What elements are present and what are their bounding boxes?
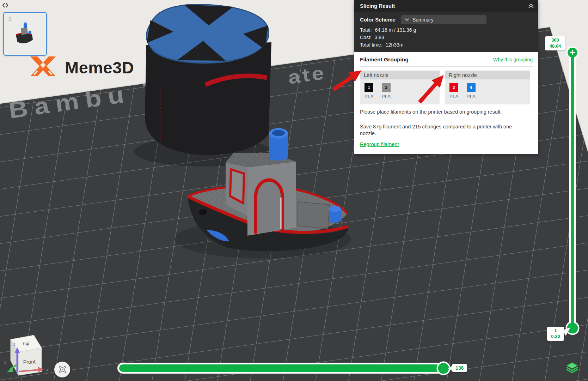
chevron-down-icon: [405, 18, 409, 21]
chevron-double-up-icon[interactable]: [528, 3, 534, 8]
filament-2[interactable]: 2 PLA: [449, 83, 459, 99]
object-thumbnail[interactable]: 1: [3, 12, 47, 56]
filament-4[interactable]: 4 PLA: [467, 83, 476, 99]
layer-slider-plus-button[interactable]: [568, 48, 577, 58]
filament-1-swatch: 1: [365, 83, 373, 92]
axis-z-label: z: [13, 342, 16, 347]
why-this-grouping-link[interactable]: Why this grouping: [493, 57, 533, 62]
filament-3-swatch: 3: [382, 83, 391, 92]
left-nozzle-group: Left nozzle 1 PLA 3 PLA: [360, 71, 440, 104]
layer-slider-max-badge: 300 48.04: [545, 36, 565, 50]
color-scheme-dropdown[interactable]: Summary: [401, 15, 486, 24]
panel-title: Slicing Result: [360, 3, 395, 9]
axis-y-label: y: [4, 359, 7, 364]
filament-grouping-title: Filament Grouping: [360, 56, 409, 63]
orientation-icon: [58, 365, 67, 374]
grouping-note: Please place filaments on the printer ba…: [360, 109, 533, 115]
app-logo: Meme3D: [30, 56, 134, 78]
left-nozzle-label: Left nozzle: [360, 71, 440, 79]
meme3d-logo-icon: [30, 56, 56, 78]
layer-slider-current-badge: 1 0.20: [547, 327, 564, 341]
filament-4-material: PLA: [467, 94, 476, 99]
filament-2-material: PLA: [449, 94, 459, 99]
divider: [360, 66, 533, 67]
slicing-result-header: Slicing Result: [354, 0, 538, 12]
step-slider-value-badge: 136: [452, 364, 467, 372]
filament-grouping-section: Filament Grouping Why this grouping Left…: [354, 52, 538, 154]
filament-4-swatch: 4: [467, 83, 476, 92]
layers-icon: [564, 360, 580, 376]
step-slider[interactable]: [117, 362, 453, 375]
slicer-window: Bambu Text ate: [0, 0, 588, 381]
app-logo-text: Meme3D: [65, 58, 134, 77]
filament-1-material: PLA: [365, 94, 374, 99]
step-slider-handle[interactable]: [438, 363, 449, 374]
slicing-summary-section: Color Scheme Summary Total:64.16 m / 191…: [354, 12, 538, 52]
regroup-filament-link[interactable]: Regroup filament: [360, 141, 399, 147]
right-nozzle-group: Right nozzle 2 PLA 4 PLA: [445, 71, 530, 104]
stat-cost: Cost:3.83: [354, 34, 538, 41]
savings-note: Save 87g filament and 215 changes compar…: [360, 123, 521, 137]
sidebar-toggle-icon[interactable]: [2, 2, 9, 9]
color-scheme-value: Summary: [412, 17, 434, 23]
filament-2-swatch: 2: [449, 83, 458, 92]
dashed-divider: [360, 119, 533, 119]
right-nozzle-label: Right nozzle: [445, 71, 530, 79]
filament-3[interactable]: 3 PLA: [382, 83, 391, 99]
slicing-result-panel: Slicing Result Color Scheme Summary Tota…: [354, 0, 538, 154]
filament-1[interactable]: 1 PLA: [365, 83, 374, 99]
filament-3-material: PLA: [382, 94, 391, 99]
model-calibration-tower[interactable]: [145, 5, 271, 155]
stat-total: Total:64.16 m / 191.36 g: [354, 26, 538, 34]
nav-cube-front-label: Front: [23, 358, 36, 365]
thumbnail-boat-preview: [4, 13, 45, 54]
layer-view-button[interactable]: [564, 360, 580, 376]
stat-total-time: Total time:12h33m: [354, 41, 538, 48]
orientation-button[interactable]: [54, 362, 70, 377]
axis-x-label: x: [46, 367, 49, 373]
color-scheme-label: Color Scheme: [360, 17, 396, 23]
